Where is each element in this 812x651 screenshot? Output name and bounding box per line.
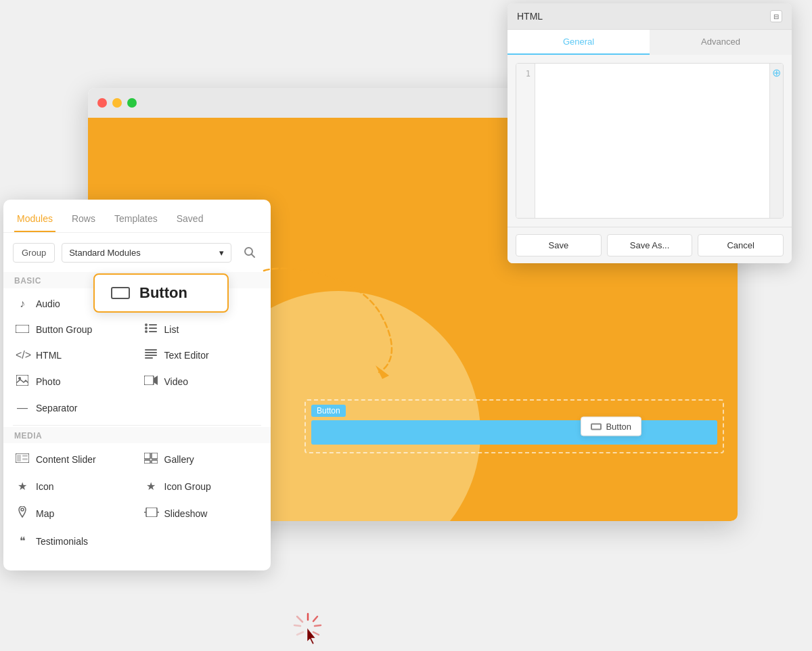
module-list-label: List	[164, 324, 179, 335]
module-button-group-label: Button Group	[36, 324, 92, 335]
module-text-editor-label: Text Editor	[164, 350, 209, 361]
module-html[interactable]: </> HTML	[9, 342, 137, 368]
module-audio-label: Audio	[36, 298, 60, 309]
html-editor-area: 1 ⊕	[516, 63, 784, 219]
svg-point-29	[21, 508, 24, 511]
map-icon	[16, 506, 29, 521]
svg-point-11	[145, 330, 148, 333]
module-html-label: HTML	[36, 350, 62, 361]
html-tab-general[interactable]: General	[508, 30, 650, 55]
svg-point-7	[145, 323, 148, 326]
modules-panel: Modules Rows Templates Saved Group Stand…	[3, 200, 271, 570]
cursor-icon	[304, 627, 321, 651]
html-panel-actions: Save Save As... Cancel	[508, 227, 792, 263]
audio-icon: ♪	[16, 298, 29, 310]
traffic-light-red[interactable]	[97, 98, 107, 108]
button-mini-icon	[591, 423, 602, 430]
svg-rect-12	[149, 331, 157, 332]
svg-line-38	[297, 616, 302, 622]
module-icon[interactable]: ★ Icon	[9, 473, 137, 499]
svg-line-40	[297, 632, 303, 635]
dropdown-value: Standard Modules	[69, 248, 141, 258]
module-photo[interactable]: Photo	[9, 368, 137, 395]
modules-tabs: Modules Rows Templates Saved	[3, 200, 271, 233]
save-button[interactable]: Save	[516, 234, 602, 256]
svg-rect-13	[145, 349, 157, 351]
svg-rect-6	[16, 325, 29, 333]
dragged-button-card[interactable]: Button	[93, 273, 229, 313]
html-panel-titlebar: HTML ⊟	[508, 3, 792, 30]
html-icon: </>	[16, 349, 29, 361]
module-testimonials-label: Testimonials	[36, 536, 88, 547]
html-panel-title: HTML	[517, 11, 543, 22]
module-icon-label: Icon	[36, 481, 53, 492]
section-divider-1	[13, 425, 261, 426]
line-numbers: 1	[516, 64, 535, 218]
modules-search-row: Group Standard Modules ▾	[3, 233, 271, 272]
svg-rect-27	[144, 460, 150, 464]
list-icon	[144, 323, 158, 336]
svg-rect-10	[149, 328, 157, 329]
svg-line-35	[313, 616, 317, 621]
modules-dropdown[interactable]: Standard Modules ▾	[62, 243, 231, 263]
html-editor-input[interactable]	[535, 64, 769, 218]
dragged-button-icon	[111, 287, 130, 299]
module-separator[interactable]: — Separator	[9, 395, 137, 421]
module-gallery[interactable]: Gallery	[137, 446, 266, 473]
module-icon-group[interactable]: ★ Icon Group	[137, 473, 266, 499]
svg-rect-26	[152, 453, 158, 459]
icon-star-icon: ★	[16, 480, 29, 493]
module-slideshow[interactable]: Slideshow	[137, 499, 266, 528]
drop-zone: Button Button	[304, 399, 724, 453]
svg-point-9	[145, 327, 148, 330]
gallery-icon	[144, 453, 158, 466]
icon-group-icon: ★	[144, 480, 158, 493]
tab-modules[interactable]: Modules	[14, 208, 55, 232]
module-map[interactable]: Map	[9, 499, 137, 528]
svg-rect-30	[146, 508, 157, 517]
svg-marker-20	[154, 376, 158, 385]
svg-rect-24	[22, 458, 28, 460]
drop-zone-label: Button	[311, 405, 346, 417]
module-button-group[interactable]: Button Group	[9, 317, 137, 342]
video-icon	[144, 376, 158, 388]
button-preview-full	[311, 420, 717, 445]
traffic-light-green[interactable]	[127, 98, 137, 108]
editor-scroll-down[interactable]: ⊕	[769, 64, 783, 218]
module-gallery-label: Gallery	[164, 454, 194, 465]
svg-line-36	[315, 625, 321, 626]
module-video-label: Video	[164, 376, 189, 387]
traffic-light-yellow[interactable]	[112, 98, 122, 108]
svg-line-39	[294, 625, 300, 626]
module-separator-label: Separator	[36, 403, 77, 413]
svg-marker-33	[376, 365, 389, 379]
module-content-slider-label: Content Slider	[36, 454, 96, 465]
tab-saved[interactable]: Saved	[174, 208, 206, 232]
html-tab-advanced[interactable]: Advanced	[650, 30, 792, 55]
content-slider-icon	[16, 453, 29, 466]
drag-arrow	[244, 257, 433, 379]
html-panel-minimize-button[interactable]: ⊟	[770, 10, 782, 22]
module-content-slider[interactable]: Content Slider	[9, 446, 137, 473]
tab-rows[interactable]: Rows	[69, 208, 98, 232]
svg-rect-15	[145, 355, 157, 356]
button-mini-label: Button	[606, 422, 631, 432]
svg-rect-17	[16, 375, 28, 386]
svg-rect-16	[145, 357, 153, 359]
tab-templates[interactable]: Templates	[112, 208, 160, 232]
testimonials-icon: ❝	[16, 535, 29, 547]
html-panel: HTML ⊟ General Advanced 1 ⊕ Save Save As…	[508, 3, 792, 263]
module-testimonials[interactable]: ❝ Testimonials	[9, 528, 137, 554]
line-number-1: 1	[526, 69, 531, 78]
slideshow-icon	[144, 508, 158, 520]
media-module-grid: Content Slider Gallery ★ Icon ★ Icon Gro…	[3, 443, 271, 557]
button-mini-preview[interactable]: Button	[581, 417, 641, 436]
save-as-button[interactable]: Save As...	[607, 234, 693, 256]
module-slideshow-label: Slideshow	[164, 508, 208, 519]
html-panel-tabs: General Advanced	[508, 30, 792, 55]
separator-icon: —	[16, 402, 29, 414]
dragged-button-label: Button	[139, 284, 187, 302]
group-button[interactable]: Group	[13, 243, 55, 263]
svg-rect-23	[22, 455, 28, 457]
cancel-button[interactable]: Cancel	[698, 234, 784, 256]
